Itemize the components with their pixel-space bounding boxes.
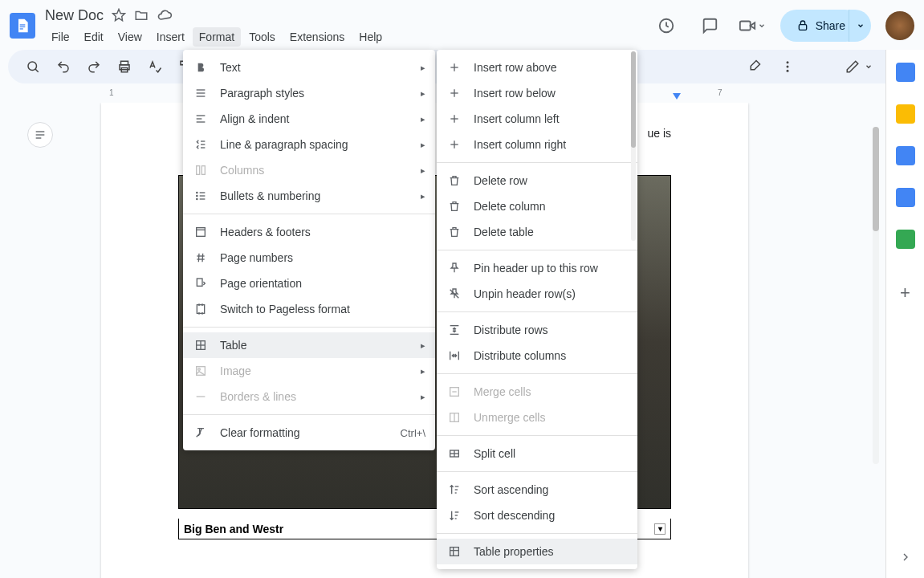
svg-point-31 (197, 195, 197, 196)
menu-extensions[interactable]: Extensions (283, 27, 351, 47)
format-item-headers-footers[interactable]: Headers & footers (183, 219, 435, 245)
undo-icon[interactable] (51, 55, 75, 79)
outline-toggle[interactable] (27, 122, 53, 148)
menu-item-label: Align & indent (220, 112, 289, 125)
svg-rect-29 (201, 166, 205, 175)
menu-item-label: Delete column (474, 200, 546, 213)
table-item-merge-cells: Merge cells (437, 379, 637, 405)
table-icon (193, 337, 209, 353)
ruler-tick: 1 (109, 88, 114, 97)
caption-dropdown-icon[interactable]: ▾ (654, 523, 666, 535)
plus-icon (446, 111, 462, 127)
editing-mode-button[interactable] (845, 59, 873, 74)
image-icon (193, 363, 209, 379)
maps-icon[interactable] (896, 230, 915, 249)
table-item-delete-table[interactable]: Delete table (437, 219, 637, 245)
scrollbar-thumb[interactable] (873, 127, 879, 231)
calendar-icon[interactable] (896, 63, 915, 82)
table-item-pin-header-up-to-this-row[interactable]: Pin header up to this row (437, 255, 637, 281)
submenu-scroll-thumb[interactable] (631, 51, 636, 148)
title-bar: New Doc File Edit View Insert Format Too… (0, 0, 924, 50)
table-item-table-properties[interactable]: Table properties (437, 539, 637, 564)
menu-file[interactable]: File (45, 27, 76, 47)
search-icon[interactable] (21, 55, 45, 79)
scrollbar[interactable] (873, 127, 879, 464)
table-item-distribute-rows[interactable]: Distribute rows (437, 317, 637, 343)
docs-logo[interactable] (10, 13, 35, 39)
move-icon[interactable] (134, 8, 149, 22)
menu-item-label: Table properties (474, 545, 554, 558)
avatar[interactable] (885, 11, 914, 40)
menu-view[interactable]: View (112, 27, 149, 47)
format-item-line-paragraph-spacing[interactable]: Line & paragraph spacing (183, 132, 435, 157)
redo-icon[interactable] (82, 55, 106, 79)
tasks-icon[interactable] (896, 146, 915, 165)
more-icon[interactable] (775, 54, 800, 79)
menu-format[interactable]: Format (193, 27, 241, 47)
svg-point-14 (787, 70, 789, 72)
indent-marker-icon[interactable] (673, 93, 681, 101)
table-item-unmerge-cells: Unmerge cells (437, 405, 637, 430)
paragraph-icon (193, 85, 209, 101)
cloud-saved-icon[interactable] (157, 7, 173, 23)
format-item-paragraph-styles[interactable]: Paragraph styles (183, 80, 435, 106)
table-item-insert-row-below[interactable]: Insert row below (437, 80, 637, 106)
contacts-icon[interactable] (896, 188, 915, 207)
menu-item-label: Delete row (474, 174, 527, 187)
bullets-icon (193, 188, 209, 204)
meet-button[interactable] (739, 17, 766, 35)
keep-icon[interactable] (896, 104, 915, 124)
format-item-page-orientation[interactable]: Page orientation (183, 271, 435, 296)
menu-insert[interactable]: Insert (150, 27, 191, 47)
menu-edit[interactable]: Edit (78, 27, 110, 47)
menu-item-label: Text (220, 61, 241, 74)
spellcheck-icon[interactable] (143, 55, 167, 79)
ruler-tick: 7 (718, 88, 723, 97)
table-item-insert-column-right[interactable]: Insert column right (437, 132, 637, 157)
table-item-split-cell[interactable]: Split cell (437, 441, 637, 466)
table-item-delete-row[interactable]: Delete row (437, 168, 637, 193)
history-icon[interactable] (652, 11, 681, 40)
add-addon-icon[interactable]: + (893, 281, 918, 305)
format-item-bullets-numbering[interactable]: Bullets & numbering (183, 183, 435, 209)
plus-icon (446, 85, 462, 101)
svg-marker-3 (113, 10, 125, 21)
format-item-clear-formatting[interactable]: Clear formattingCtrl+\ (183, 420, 435, 446)
format-item-borders-lines: Borders & lines (183, 384, 435, 409)
format-item-page-numbers[interactable]: Page numbers (183, 245, 435, 271)
table-item-insert-row-above[interactable]: Insert row above (437, 55, 637, 80)
format-item-text[interactable]: Text (183, 55, 435, 80)
menu-item-label: Unmerge cells (474, 411, 545, 424)
split-icon (446, 446, 462, 462)
distv-icon (446, 322, 462, 338)
menu-help[interactable]: Help (352, 27, 389, 47)
hide-sidepanel-icon[interactable] (899, 551, 912, 567)
menu-tools[interactable]: Tools (242, 27, 282, 47)
spacing-icon (193, 136, 209, 153)
menu-item-label: Sort descending (474, 509, 555, 522)
table-item-distribute-columns[interactable]: Distribute columns (437, 343, 637, 368)
format-item-switch-to-pageless-format[interactable]: Switch to Pageless format (183, 296, 435, 322)
menu-item-label: Paragraph styles (220, 87, 304, 100)
table-item-delete-column[interactable]: Delete column (437, 193, 637, 219)
svg-rect-28 (197, 166, 200, 175)
format-item-table[interactable]: Table (183, 332, 435, 358)
share-dropdown[interactable] (849, 10, 871, 42)
svg-rect-42 (197, 279, 202, 286)
table-item-sort-ascending[interactable]: Sort ascending (437, 477, 637, 503)
table-item-insert-column-left[interactable]: Insert column left (437, 106, 637, 132)
document-title[interactable]: New Doc (45, 7, 104, 24)
svg-rect-75 (450, 547, 459, 556)
format-item-align-indent[interactable]: Align & indent (183, 106, 435, 132)
print-icon[interactable] (112, 55, 136, 79)
star-icon[interactable] (112, 8, 126, 22)
table-submenu: Insert row aboveInsert row belowInsert c… (437, 50, 637, 569)
svg-point-32 (197, 198, 197, 199)
comments-icon[interactable] (695, 11, 724, 40)
menu-item-label: Unpin header row(s) (474, 287, 576, 300)
table-item-unpin-header-row-s-[interactable]: Unpin header row(s) (437, 281, 637, 307)
submenu-scroll[interactable] (631, 51, 636, 241)
highlight-color-icon[interactable] (744, 55, 768, 79)
pageless-icon (193, 301, 209, 317)
table-item-sort-descending[interactable]: Sort descending (437, 503, 637, 528)
